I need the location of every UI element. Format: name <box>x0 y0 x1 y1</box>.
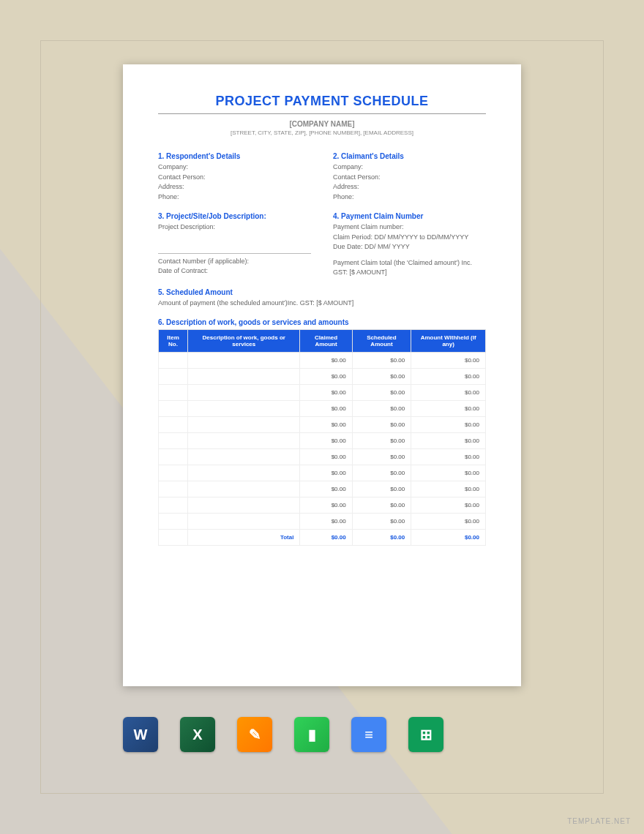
cell-item <box>159 481 188 497</box>
cell-scheduled: $0.00 <box>352 385 411 401</box>
cell-scheduled: $0.00 <box>352 401 411 417</box>
col-claimed: Claimed Amount <box>300 330 352 353</box>
cell-withheld: $0.00 <box>411 481 486 497</box>
respondent-section: 1. Respondent's Details Company: Contact… <box>158 152 311 202</box>
cell-scheduled: $0.00 <box>352 433 411 449</box>
payment-claim-due-date: Due Date: DD/ MM/ YYYY <box>333 242 486 252</box>
project-section: 3. Project/Site/Job Description: Project… <box>158 212 311 278</box>
respondent-address: Address: <box>158 182 311 192</box>
word-icon: W <box>123 717 158 752</box>
claimant-contact-person: Contact Person: <box>333 173 486 183</box>
cell-withheld: $0.00 <box>411 417 486 433</box>
cell-claimed: $0.00 <box>300 401 352 417</box>
total-row: Total $0.00 $0.00 $0.00 <box>159 530 486 546</box>
cell-desc <box>188 417 300 433</box>
scheduled-text: Amount of payment (the scheduled amount'… <box>158 298 486 309</box>
table-row: $0.00$0.00$0.00 <box>159 417 486 433</box>
claimant-phone: Phone: <box>333 192 486 203</box>
cell-claimed: $0.00 <box>300 514 352 530</box>
project-description: Project Description: <box>158 222 311 233</box>
total-claimed: $0.00 <box>300 530 352 546</box>
cell-claimed: $0.00 <box>300 353 352 369</box>
cell-withheld: $0.00 <box>411 465 486 481</box>
cell-desc <box>188 449 300 465</box>
table-row: $0.00$0.00$0.00 <box>159 497 486 514</box>
cell-desc <box>188 353 300 369</box>
cell-item <box>159 465 188 481</box>
title-rule <box>158 113 486 114</box>
table-row: $0.00$0.00$0.00 <box>159 353 486 369</box>
payment-claim-section: 4. Payment Claim Number Payment Claim nu… <box>333 212 486 278</box>
cell-claimed: $0.00 <box>300 497 352 514</box>
cell-claimed: $0.00 <box>300 449 352 465</box>
total-withheld: $0.00 <box>411 530 486 546</box>
cell-desc <box>188 465 300 481</box>
gdocs-icon: ≡ <box>351 717 386 752</box>
respondent-heading: 1. Respondent's Details <box>158 152 311 160</box>
table-row: $0.00$0.00$0.00 <box>159 465 486 481</box>
cell-desc <box>188 497 300 514</box>
cell-claimed: $0.00 <box>300 433 352 449</box>
cell-withheld: $0.00 <box>411 497 486 514</box>
project-heading: 3. Project/Site/Job Description: <box>158 212 311 220</box>
cell-desc <box>188 401 300 417</box>
col-scheduled: Scheduled Amount <box>352 330 411 353</box>
scheduled-section: 5. Scheduled Amount Amount of payment (t… <box>158 288 486 309</box>
cell-withheld: $0.00 <box>411 449 486 465</box>
cell-withheld: $0.00 <box>411 401 486 417</box>
cell-item <box>159 369 188 385</box>
payment-claim-heading: 4. Payment Claim Number <box>333 212 486 220</box>
project-contact-number: Contact Number (if applicable): <box>158 257 311 267</box>
numbers-icon: ▮ <box>294 717 329 752</box>
company-contact-line: [STREET, CITY, STATE, ZIP], [PHONE NUMBE… <box>158 129 486 136</box>
cell-scheduled: $0.00 <box>352 465 411 481</box>
cell-item <box>159 433 188 449</box>
cell-withheld: $0.00 <box>411 369 486 385</box>
payment-claim-number: Payment Claim number: <box>333 222 486 233</box>
cell-item <box>159 401 188 417</box>
scheduled-heading: 5. Scheduled Amount <box>158 288 486 296</box>
document-page: PROJECT PAYMENT SCHEDULE [COMPANY NAME] … <box>123 64 521 686</box>
company-name: [COMPANY NAME] <box>158 120 486 128</box>
total-label: Total <box>188 530 300 546</box>
excel-icon: X <box>180 717 215 752</box>
col-description: Description of work, goods or services <box>188 330 300 353</box>
cell-scheduled: $0.00 <box>352 417 411 433</box>
table-row: $0.00$0.00$0.00 <box>159 449 486 465</box>
respondent-contact-person: Contact Person: <box>158 173 311 183</box>
work-table: Item No. Description of work, goods or s… <box>158 329 486 546</box>
claimant-company: Company: <box>333 162 486 173</box>
project-rule <box>158 253 311 254</box>
respondent-company: Company: <box>158 162 311 173</box>
cell-item <box>159 514 188 530</box>
cell-desc <box>188 481 300 497</box>
cell-claimed: $0.00 <box>300 369 352 385</box>
cell-withheld: $0.00 <box>411 353 486 369</box>
cell-item <box>159 353 188 369</box>
cell-scheduled: $0.00 <box>352 481 411 497</box>
cell-claimed: $0.00 <box>300 481 352 497</box>
cell-desc <box>188 385 300 401</box>
cell-desc <box>188 369 300 385</box>
project-date-of-contract: Date of Contract: <box>158 266 311 277</box>
col-withheld: Amount Withheld (If any) <box>411 330 486 353</box>
col-item-no: Item No. <box>159 330 188 353</box>
table-row: $0.00$0.00$0.00 <box>159 369 486 385</box>
watermark: TEMPLATE.NET <box>567 817 631 825</box>
cell-scheduled: $0.00 <box>352 514 411 530</box>
work-desc-heading: 6. Description of work, goods or service… <box>158 318 486 326</box>
pages-icon: ✎ <box>237 717 272 752</box>
cell-withheld: $0.00 <box>411 433 486 449</box>
cell-withheld: $0.00 <box>411 385 486 401</box>
cell-claimed: $0.00 <box>300 465 352 481</box>
total-scheduled: $0.00 <box>352 530 411 546</box>
cell-scheduled: $0.00 <box>352 353 411 369</box>
cell-desc <box>188 433 300 449</box>
cell-withheld: $0.00 <box>411 514 486 530</box>
cell-item <box>159 449 188 465</box>
table-row: $0.00$0.00$0.00 <box>159 385 486 401</box>
page-title: PROJECT PAYMENT SCHEDULE <box>158 94 486 109</box>
gsheets-icon: ⊞ <box>408 717 443 752</box>
cell-claimed: $0.00 <box>300 385 352 401</box>
cell-desc <box>188 514 300 530</box>
